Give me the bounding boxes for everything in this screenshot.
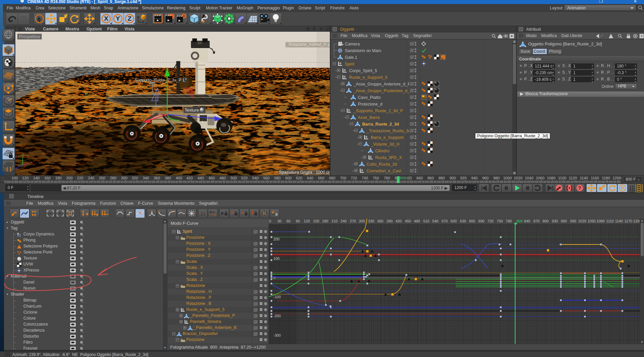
- svg-text:0: 0: [340, 62, 341, 65]
- svg-text:?: ?: [578, 185, 581, 191]
- svg-text:P: P: [621, 186, 624, 191]
- svg-text:( ): ( ): [201, 211, 205, 216]
- svg-text:0: 0: [186, 320, 188, 323]
- svg-text:0: 0: [344, 75, 346, 78]
- svg-text:0: 0: [348, 109, 350, 112]
- svg-text:0: 0: [182, 308, 184, 311]
- svg-text:0: 0: [361, 169, 363, 172]
- svg-text:0: 0: [275, 212, 277, 216]
- svg-text:0: 0: [266, 210, 267, 213]
- svg-text:0: 0: [344, 68, 346, 72]
- svg-text:0: 0: [370, 155, 372, 159]
- svg-text:0: 0: [179, 230, 180, 233]
- svg-text:0: 0: [366, 135, 367, 139]
